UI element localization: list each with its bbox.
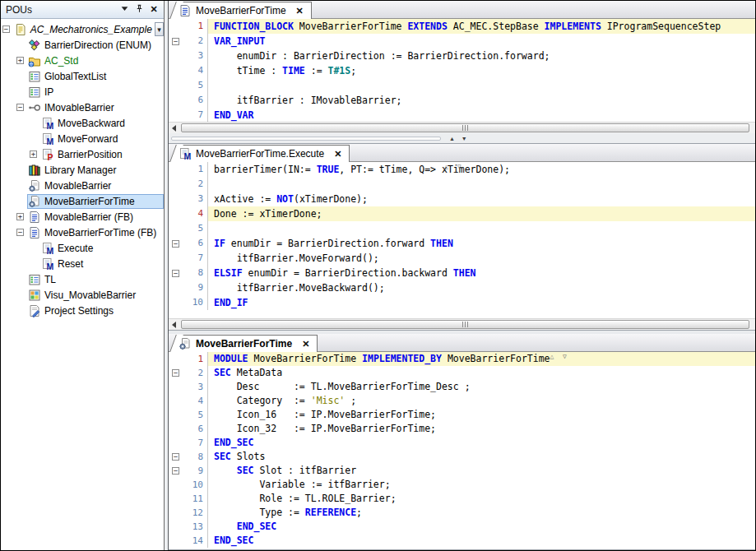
tree-item-movablebarrier[interactable]: MovableBarrier [1, 178, 164, 193]
tree-item-library-manager[interactable]: Library Manager [1, 162, 164, 178]
interface-icon [28, 101, 41, 114]
expand-icon[interactable]: + [30, 150, 37, 158]
code-line-5[interactable]: 5 Icon_16 := IP.MoveBarrierForTime; [169, 408, 755, 422]
scroll-left-icon[interactable] [172, 125, 176, 132]
tree-item-ip[interactable]: IP [1, 84, 164, 100]
tree-item-project-settings[interactable]: Project Settings [1, 303, 164, 318]
code-line-4[interactable]: 4Done := xTimerDone; [169, 206, 755, 221]
tab-movebarrierfortime[interactable]: MoveBarrierForTime✕ [177, 335, 318, 352]
tree-item-tl[interactable]: TL [1, 271, 164, 287]
tree-item-movablebarrier-fb[interactable]: +MovableBarrier (FB) [1, 209, 164, 225]
code-line-6[interactable]: 6 itfBarrier : IMovableBarrier; [169, 93, 755, 108]
close-tab-icon[interactable]: ✕ [296, 6, 304, 16]
code-line-5[interactable]: 5 [169, 221, 755, 236]
scrollbar-thumb[interactable] [181, 123, 749, 132]
code-line-3[interactable]: 3xActive := NOT(xTimerDone); [169, 192, 755, 206]
line-number: 3 [183, 49, 208, 63]
method-icon: M [41, 242, 54, 255]
code-line-2[interactable]: −2SEC MetaData [169, 366, 755, 380]
editor-area: MoveBarrierForTime✕1FUNCTION_BLOCK MoveB… [169, 1, 755, 550]
tree-item-execute[interactable]: MExecute [1, 240, 164, 256]
line-number: 3 [183, 192, 208, 206]
fold-collapse-icon[interactable]: − [172, 467, 179, 475]
code-line-7[interactable]: 7 itfBarrier.MoveForward(); [169, 251, 755, 266]
line-number: 2 [183, 34, 208, 49]
tree-item-barrierposition[interactable]: +PBarrierPosition [1, 146, 164, 162]
code-line-5[interactable]: 5 [169, 78, 755, 93]
tab-bar: MMoveBarrierForTime.Execute✕ [169, 144, 755, 162]
code-line-6[interactable]: 6 Icon_32 := IP.MoveBarrierForTime; [169, 422, 755, 436]
panel-menu-button[interactable] [118, 3, 131, 16]
code-line-2[interactable]: −2VAR_INPUT [169, 34, 755, 49]
code-line-9[interactable]: 9 itfBarrier.MoveBackward(); [169, 280, 755, 295]
code-line-8[interactable]: −8ELSIF enumDir = BarrierDirection.backw… [169, 266, 755, 280]
code-area[interactable]: 1FUNCTION_BLOCK MoveBarrierForTime EXTEN… [169, 19, 755, 122]
svg-text:M: M [47, 137, 54, 146]
close-tab-icon[interactable]: ✕ [334, 149, 341, 160]
code-line-11[interactable]: 11 Role := TL.ROLE_Barrier; [169, 492, 755, 506]
tree-item-movebackward[interactable]: MMoveBackward [1, 115, 164, 131]
line-number: 13 [183, 520, 208, 534]
line-number: 7 [183, 436, 208, 450]
code-line-12[interactable]: 12 Type := REFERENCE; [169, 506, 755, 520]
svg-text:M: M [47, 246, 54, 255]
code-line-9[interactable]: −9 SEC Slot : itfBarrier [169, 464, 755, 478]
chevron-down-icon[interactable]: ▾ [155, 22, 164, 36]
code-line-4[interactable]: 4 tTime : TIME := T#1S; [169, 63, 755, 78]
code-area[interactable]: △ ▽1MODULE MoveBarrierForTime IMPLEMENTE… [169, 352, 755, 549]
code-line-3[interactable]: 3 enumDir : BarrierDirection := BarrierD… [169, 49, 755, 63]
tree-item-barrierdirection-enum[interactable]: BarrierDirection (ENUM) [1, 37, 164, 53]
pin-button[interactable] [132, 3, 146, 16]
tab-movebarrierfortime-execute[interactable]: MMoveBarrierForTime.Execute✕ [177, 145, 350, 162]
tree-item-ac-std[interactable]: +AC_Std [1, 53, 164, 68]
tree-item-globaltextlist[interactable]: GlobalTextList [1, 68, 164, 84]
tree-item-visu-movablebarrier[interactable]: Visu_MovableBarrier [1, 287, 164, 303]
code-area[interactable]: △ ▽1barrierTimer(IN:= TRUE, PT:= tTime, … [169, 162, 755, 318]
code-line-8[interactable]: −8SEC Slots [169, 450, 755, 464]
code-line-13[interactable]: 13 END_SEC [169, 520, 755, 534]
code-line-3[interactable]: 3 Desc := TL.MoveBarrierForTime_Desc ; [169, 380, 755, 394]
fold-collapse-icon[interactable]: − [172, 453, 179, 461]
code-line-4[interactable]: 4 Category := 'Misc' ; [169, 394, 755, 408]
tree-item-movebarrierfortime-fb[interactable]: −MoveBarrierForTime (FB) [1, 225, 164, 240]
expand-icon[interactable]: + [16, 57, 24, 64]
code-line-6[interactable]: −6IF enumDir = BarrierDirection.forward … [169, 236, 755, 251]
fold-collapse-icon[interactable]: − [172, 240, 179, 248]
code-line-7[interactable]: 7END_VAR [169, 108, 755, 122]
splitter-arrows-icon[interactable]: ▲ ▼ [449, 136, 470, 141]
tab-movebarrierfortime[interactable]: MoveBarrierForTime✕ [177, 2, 312, 19]
editor-pane-module: MoveBarrierForTime✕△ ▽1MODULE MoveBarrie… [169, 334, 755, 550]
code-line-1[interactable]: 1MODULE MoveBarrierForTime IMPLEMENTED_B… [169, 352, 755, 366]
fold-collapse-icon[interactable]: − [172, 369, 179, 377]
close-tab-icon[interactable]: ✕ [302, 339, 309, 350]
code-line-10[interactable]: 10 Variable := itfBarrier; [169, 478, 755, 492]
fold-collapse-icon[interactable]: − [172, 270, 179, 277]
code-line-10[interactable]: 10END_IF [169, 295, 755, 310]
horizontal-scrollbar[interactable] [169, 122, 755, 133]
pou-tree: −AC_Mechatronics_Example▾BarrierDirectio… [1, 19, 164, 550]
scroll-left-icon[interactable] [172, 322, 176, 328]
collapse-icon[interactable]: − [2, 25, 10, 33]
tree-item-imovablebarrier[interactable]: −IMovableBarrier [1, 100, 164, 115]
collapse-icon[interactable]: − [16, 104, 24, 111]
expand-icon[interactable]: + [16, 213, 24, 220]
code-line-14[interactable]: 14END_SEC [169, 534, 755, 548]
tree-item-ac-mechatronics-example[interactable]: −AC_Mechatronics_Example▾ [1, 21, 164, 37]
tree-item-moveforward[interactable]: MMoveForward [1, 131, 164, 146]
code-line-2[interactable]: 2 [169, 177, 755, 192]
scrollbar-thumb[interactable] [181, 320, 749, 329]
pane-splitter[interactable]: ▲ ▼ [169, 133, 755, 143]
code-line-7[interactable]: 7END_SEC [169, 436, 755, 450]
pou-panel: POUs ✕ −AC_Mechatronics_Example▾BarrierD… [1, 1, 165, 550]
tree-item-reset[interactable]: MReset [1, 256, 164, 271]
tree-item-movebarrierfortime[interactable]: MoveBarrierForTime [1, 193, 164, 209]
close-panel-button[interactable]: ✕ [147, 3, 160, 16]
splitter-arrows-icon[interactable]: △ ▽ [444, 163, 463, 170]
line-number: 8 [183, 266, 208, 280]
horizontal-scrollbar[interactable] [169, 318, 755, 330]
splitter-arrows-icon[interactable]: △ ▽ [550, 353, 568, 360]
fold-collapse-icon[interactable]: − [172, 38, 179, 45]
line-number: 8 [183, 450, 208, 464]
collapse-icon[interactable]: − [16, 229, 24, 236]
code-line-1[interactable]: 1FUNCTION_BLOCK MoveBarrierForTime EXTEN… [169, 19, 755, 34]
